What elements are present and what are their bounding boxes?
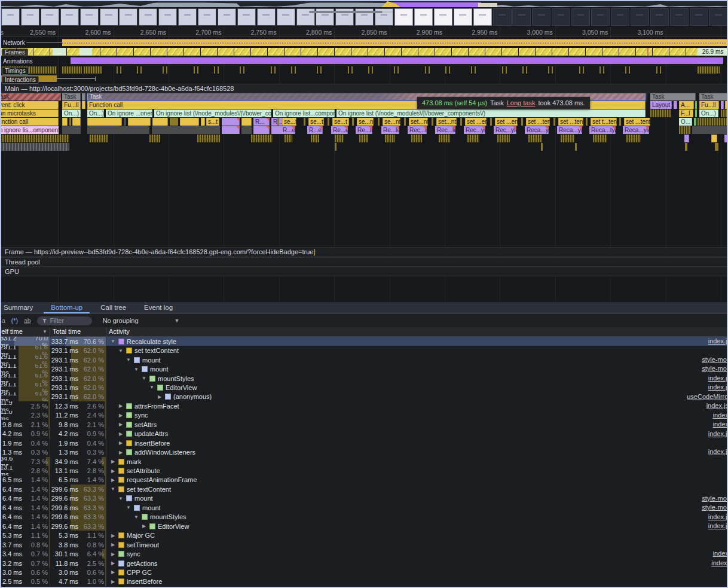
table-row[interactable]: 2.5 ms0.5 %4.7 ms1.0 %▶insertBefore: [0, 577, 728, 586]
flame-fragment[interactable]: [62, 118, 68, 126]
flame-block[interactable]: On ignore list (\/node_modules\/|\/bower…: [337, 109, 646, 117]
flame-block[interactable]: R...: [253, 118, 270, 126]
flame-fragment[interactable]: [695, 101, 697, 109]
flame-block[interactable]: se...nt: [357, 118, 374, 126]
filmstrip-thumbnail[interactable]: [60, 8, 79, 26]
flame-fragment[interactable]: [90, 135, 108, 142]
flame-block[interactable]: set ...tent: [624, 118, 650, 126]
frame-block-idle[interactable]: [79, 48, 92, 56]
flame-fragment[interactable]: [82, 101, 85, 109]
source-link[interactable]: index.js: [708, 522, 728, 529]
filmstrip-thumbnail[interactable]: [158, 8, 177, 26]
flame-fragment[interactable]: [285, 135, 292, 142]
flame-fragment[interactable]: [241, 118, 252, 126]
flame-block[interactable]: Layout: [650, 101, 672, 109]
frame-block[interactable]: [669, 48, 686, 56]
frame-block[interactable]: [234, 48, 250, 56]
match-case-icon[interactable]: a: [2, 317, 5, 324]
screenshot-filmstrip[interactable]: [0, 7, 728, 27]
expand-arrow-icon[interactable]: ▶: [110, 569, 116, 575]
filmstrip-thumbnail[interactable]: [650, 8, 669, 26]
flame-fragment[interactable]: [715, 143, 718, 151]
flame-fragment[interactable]: [721, 101, 724, 109]
frame-block[interactable]: [201, 48, 217, 56]
flame-fragment[interactable]: [170, 118, 178, 126]
table-row[interactable]: 6.4 ms1.4 %299.6 ms63.3 %▼mountstyle-mod: [0, 494, 728, 503]
flame-fragment[interactable]: [149, 135, 160, 142]
flame-block[interactable]: A...: [679, 101, 694, 109]
flame-block[interactable]: Task: [0, 93, 61, 100]
filmstrip-thumbnail[interactable]: [237, 8, 256, 26]
flame-block[interactable]: se...nt: [383, 118, 400, 126]
flame-fragment[interactable]: [593, 135, 607, 142]
frame-section-header[interactable]: Frame — https://id-preview--bd53fd9d-728…: [0, 247, 728, 257]
expand-arrow-icon[interactable]: ▶: [110, 542, 116, 547]
flame-fragment[interactable]: [251, 135, 273, 142]
table-row[interactable]: 291.1 ms61.6 %293.1 ms62.0 %▼set textCon…: [0, 346, 728, 355]
tab-bottom-up[interactable]: Bottom-up: [50, 303, 84, 313]
flame-block[interactable]: se...t: [282, 118, 296, 126]
table-row[interactable]: 291.1 ms61.6 %293.1 ms62.0 %▶(anonymous)…: [0, 392, 728, 401]
expand-arrow-icon[interactable]: ▶: [110, 533, 116, 538]
flame-block[interactable]: Rec...yle: [464, 126, 485, 134]
flame-block[interactable]: set ...ent: [495, 118, 518, 126]
flame-fragment[interactable]: [467, 135, 479, 142]
source-link[interactable]: index.js: [708, 513, 728, 520]
filmstrip-thumbnail[interactable]: [493, 8, 512, 26]
frame-block[interactable]: [368, 48, 384, 56]
expand-arrow-icon[interactable]: ▶: [118, 403, 124, 409]
table-row[interactable]: 3.7 ms0.8 %3.8 ms0.8 %▶setTimeout: [0, 540, 728, 549]
frame-block[interactable]: [636, 48, 652, 56]
filmstrip-thumbnail[interactable]: [571, 8, 590, 26]
filmstrip-thumbnail[interactable]: [41, 8, 59, 26]
filmstrip-thumbnail[interactable]: [473, 8, 492, 26]
flame-fragment[interactable]: [335, 143, 337, 151]
flame-fragment[interactable]: [692, 126, 728, 134]
flame-block[interactable]: set ...ent: [465, 118, 487, 126]
filmstrip-thumbnail[interactable]: [119, 8, 137, 26]
flame-fragment[interactable]: [378, 118, 380, 126]
table-row[interactable]: 291.1 ms61.6 %293.1 ms62.0 %▼mountStyles…: [0, 374, 728, 383]
frame-block[interactable]: [402, 48, 418, 56]
expand-arrow-icon[interactable]: ▶: [110, 560, 116, 566]
filmstrip-thumbnail[interactable]: [512, 8, 531, 26]
flame-fragment[interactable]: [439, 135, 450, 142]
flame-block[interactable]: Reca...yle: [623, 126, 649, 134]
frame-block[interactable]: [385, 48, 401, 56]
filmstrip-thumbnail[interactable]: [198, 8, 216, 26]
expand-arrow-icon[interactable]: ▶: [141, 523, 147, 529]
expand-arrow-icon[interactable]: ▶: [110, 468, 116, 474]
flame-block[interactable]: se...t: [308, 118, 324, 126]
flame-fragment[interactable]: [69, 118, 71, 126]
flame-fragment[interactable]: [684, 135, 689, 142]
flame-fragment[interactable]: [685, 143, 687, 151]
minimap-scroll-indicator[interactable]: [309, 11, 393, 13]
filmstrip-thumbnail[interactable]: [611, 8, 629, 26]
table-row[interactable]: 3.2 ms0.7 %11.8 ms2.5 %▶getActionsindex.…: [0, 559, 728, 568]
flame-fragment[interactable]: [561, 135, 574, 142]
frame-block[interactable]: [502, 48, 518, 56]
flame-fragment[interactable]: [82, 93, 85, 100]
filmstrip-thumbnail[interactable]: [454, 8, 472, 26]
expand-arrow-icon[interactable]: ▶: [110, 477, 116, 483]
frame-block[interactable]: [536, 48, 552, 56]
frame-block[interactable]: [100, 48, 117, 56]
filmstrip-thumbnail[interactable]: [1, 8, 20, 26]
collapse-arrow-icon[interactable]: ▼: [110, 486, 116, 492]
expand-arrow-icon[interactable]: ▶: [118, 450, 124, 455]
frame-block[interactable]: [602, 48, 619, 56]
frame-block[interactable]: [485, 48, 501, 56]
table-row[interactable]: 11.0 ms2.3 %11.2 ms2.4 %▶syncindex.: [0, 411, 728, 420]
flame-fragment[interactable]: [674, 101, 677, 109]
frame-block[interactable]: [351, 48, 368, 56]
whole-word-icon[interactable]: ab: [24, 317, 31, 324]
flame-block[interactable]: On...): [699, 109, 718, 117]
flame-fragment[interactable]: [311, 135, 319, 142]
frame-block[interactable]: [301, 48, 317, 56]
flame-block[interactable]: F...l: [679, 109, 693, 117]
column-self-time[interactable]: Self time ▼: [0, 327, 50, 336]
flame-fragment[interactable]: [541, 143, 543, 151]
expand-arrow-icon[interactable]: ▶: [118, 440, 124, 446]
collapse-arrow-icon[interactable]: ▼: [118, 348, 124, 354]
flame-block[interactable]: R...e: [307, 126, 323, 134]
